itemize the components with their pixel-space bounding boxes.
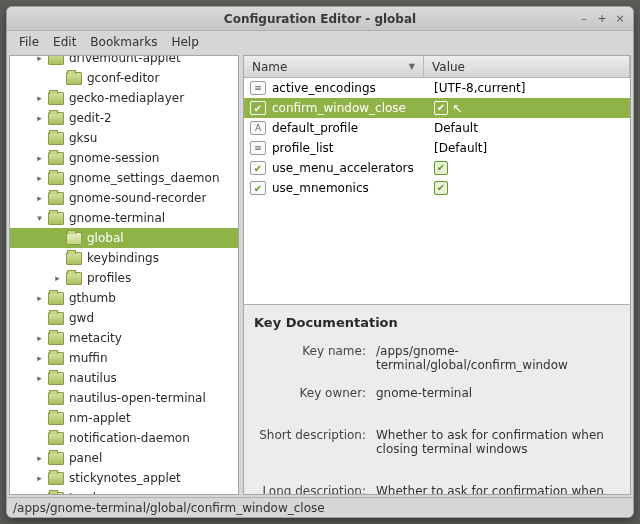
tree-item-gecko-mediaplayer[interactable]: ▸gecko-mediaplayer [10, 88, 238, 108]
tree-item-muffin[interactable]: ▸muffin [10, 348, 238, 368]
tree-expander-icon[interactable]: ▸ [34, 493, 45, 495]
tree-item-global[interactable]: global [10, 228, 238, 248]
key-value[interactable] [424, 181, 630, 195]
key-row-default-profile[interactable]: Adefault_profileDefault [244, 118, 630, 138]
folder-icon [48, 292, 64, 305]
tree-item-label: gthumb [69, 291, 116, 305]
key-row-use-menu-accelerators[interactable]: use_menu_accelerators [244, 158, 630, 178]
tree-expander-icon[interactable]: ▾ [34, 213, 45, 223]
tree-expander-icon[interactable]: ▸ [34, 293, 45, 303]
tree-expander-icon[interactable]: ▸ [34, 373, 45, 383]
maximize-button[interactable]: + [595, 11, 609, 25]
column-header-value-label: Value [432, 60, 465, 74]
column-header-value[interactable]: Value [424, 56, 630, 77]
doc-label-long-desc: Long description: [250, 478, 370, 494]
tree-item-gnome-session[interactable]: ▸gnome-session [10, 148, 238, 168]
tree-item-panel[interactable]: ▸panel [10, 448, 238, 468]
tree-expander-icon[interactable]: ▸ [34, 113, 45, 123]
tree-item-label: nautilus [69, 371, 117, 385]
folder-icon [48, 312, 64, 325]
tree-item-gnome-settings-daemon[interactable]: ▸gnome_settings_daemon [10, 168, 238, 188]
key-list[interactable]: ≡active_encodings[UTF-8,current]confirm_… [244, 78, 630, 304]
key-value[interactable] [424, 161, 630, 175]
tree-item-label: gwd [69, 311, 94, 325]
folder-icon [48, 432, 64, 445]
minimize-button[interactable]: – [577, 11, 591, 25]
tree-pane[interactable]: ▸drivemount-appletgconf-editor▸gecko-med… [9, 55, 239, 495]
tree-item-gnome-terminal[interactable]: ▾gnome-terminal [10, 208, 238, 228]
tree-expander-icon[interactable]: ▸ [34, 453, 45, 463]
tree-item-gwd[interactable]: gwd [10, 308, 238, 328]
tree-expander-icon[interactable]: ▸ [34, 333, 45, 343]
tree-expander-icon[interactable]: ▸ [34, 353, 45, 363]
key-value[interactable]: Default [424, 121, 630, 135]
tree-expander-icon[interactable]: ▸ [34, 173, 45, 183]
checkbox-icon[interactable] [434, 181, 448, 195]
key-row-profile-list[interactable]: ≡profile_list[Default] [244, 138, 630, 158]
folder-icon [48, 172, 64, 185]
tree-item-label: gnome-sound-recorder [69, 191, 206, 205]
tree-item-label: gksu [69, 131, 97, 145]
key-row-use-mnemonics[interactable]: use_mnemonics [244, 178, 630, 198]
tree-item-notification-daemon[interactable]: notification-daemon [10, 428, 238, 448]
doc-value-short-desc: Whether to ask for confirmation when clo… [372, 422, 624, 462]
boolean-icon [250, 101, 266, 115]
tree-item-label: gecko-mediaplayer [69, 91, 184, 105]
tree-item-gthumb[interactable]: ▸gthumb [10, 288, 238, 308]
doc-label-key-owner: Key owner: [250, 380, 370, 406]
tree-item-stickynotes-applet[interactable]: ▸stickynotes_applet [10, 468, 238, 488]
folder-icon [48, 112, 64, 125]
statusbar: /apps/gnome-terminal/global/confirm_wind… [7, 497, 633, 517]
folder-icon [48, 132, 64, 145]
folder-icon [48, 92, 64, 105]
key-name: use_mnemonics [272, 181, 424, 195]
tree-item-drivemount-applet[interactable]: ▸drivemount-applet [10, 55, 238, 68]
column-header-name[interactable]: Name ▼ [244, 56, 424, 77]
tree-item-tomboy[interactable]: ▸tomboy [10, 488, 238, 495]
string-icon: A [250, 121, 266, 135]
folder-icon [48, 332, 64, 345]
tree-item-nautilus[interactable]: ▸nautilus [10, 368, 238, 388]
tree-item-profiles[interactable]: ▸profiles [10, 268, 238, 288]
key-row-confirm-window-close[interactable]: confirm_window_close↖ [244, 98, 630, 118]
menu-help[interactable]: Help [165, 33, 204, 51]
tree-expander-icon[interactable]: ▸ [34, 193, 45, 203]
tree-item-label: gnome_settings_daemon [69, 171, 219, 185]
doc-label-short-desc: Short description: [250, 422, 370, 462]
tree-item-label: metacity [69, 331, 122, 345]
tree-item-nautilus-open-terminal[interactable]: nautilus-open-terminal [10, 388, 238, 408]
tree-expander-icon[interactable]: ▸ [34, 93, 45, 103]
tree-item-label: gnome-terminal [69, 211, 165, 225]
tree-expander-icon[interactable]: ▸ [34, 153, 45, 163]
tree-item-gconf-editor[interactable]: gconf-editor [10, 68, 238, 88]
menu-edit[interactable]: Edit [47, 33, 82, 51]
key-value[interactable]: [Default] [424, 141, 630, 155]
tree-item-label: stickynotes_applet [69, 471, 181, 485]
checkbox-icon[interactable] [434, 101, 448, 115]
menu-bookmarks[interactable]: Bookmarks [84, 33, 163, 51]
key-name: default_profile [272, 121, 424, 135]
tree-expander-icon[interactable]: ▸ [34, 473, 45, 483]
close-button[interactable]: × [613, 11, 627, 25]
key-row-active-encodings[interactable]: ≡active_encodings[UTF-8,current] [244, 78, 630, 98]
tree-item-gnome-sound-recorder[interactable]: ▸gnome-sound-recorder [10, 188, 238, 208]
tree-item-gksu[interactable]: gksu [10, 128, 238, 148]
tree-item-metacity[interactable]: ▸metacity [10, 328, 238, 348]
tree-item-gedit-2[interactable]: ▸gedit-2 [10, 108, 238, 128]
status-path: /apps/gnome-terminal/global/confirm_wind… [13, 501, 325, 515]
key-name: confirm_window_close [272, 101, 424, 115]
window-controls: – + × [577, 11, 627, 25]
list-header: Name ▼ Value [244, 56, 630, 78]
key-value[interactable]: [UTF-8,current] [424, 81, 630, 95]
checkbox-icon[interactable] [434, 161, 448, 175]
list-icon: ≡ [250, 81, 266, 95]
folder-icon [48, 372, 64, 385]
key-value[interactable]: ↖ [424, 101, 630, 116]
tree-item-keybindings[interactable]: keybindings [10, 248, 238, 268]
tree-expander-icon[interactable]: ▸ [52, 273, 63, 283]
doc-heading: Key Documentation [248, 315, 626, 336]
tree-expander-icon[interactable]: ▸ [34, 55, 45, 63]
tree-item-nm-applet[interactable]: nm-applet [10, 408, 238, 428]
menu-file[interactable]: File [13, 33, 45, 51]
key-documentation-panel: Key Documentation Key name: /apps/gnome-… [244, 304, 630, 494]
